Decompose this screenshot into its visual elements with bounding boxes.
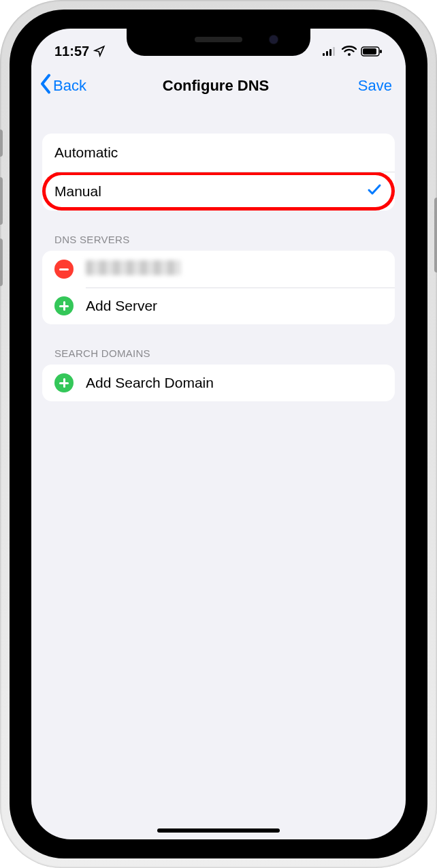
search-domains-group: Add Search Domain — [42, 365, 395, 401]
wifi-icon — [342, 46, 357, 57]
speaker-grille — [195, 37, 242, 42]
cellular-signal-icon — [323, 46, 338, 56]
dns-mode-automatic[interactable]: Automatic — [42, 134, 395, 172]
volume-up-button[interactable] — [0, 177, 3, 225]
svg-rect-3 — [333, 47, 335, 56]
svg-rect-6 — [363, 48, 376, 55]
volume-down-button[interactable] — [0, 238, 3, 286]
dns-servers-header: DNS SERVERS — [54, 234, 395, 245]
home-indicator[interactable] — [157, 828, 280, 833]
search-domains-header: SEARCH DOMAINS — [54, 347, 395, 359]
location-icon — [93, 45, 106, 57]
remove-icon[interactable] — [54, 260, 74, 279]
page-title: Configure DNS — [114, 77, 317, 95]
screen: 11:57 — [31, 29, 406, 839]
add-icon — [54, 373, 74, 392]
battery-icon — [361, 46, 383, 57]
content: Automatic Manual DNS SERVERS — [31, 134, 406, 401]
dns-mode-group: Automatic Manual — [42, 134, 395, 211]
add-search-domain-label: Add Search Domain — [86, 375, 383, 391]
back-button[interactable]: Back — [39, 74, 114, 98]
row-label: Manual — [54, 183, 366, 200]
add-server-label: Add Server — [86, 298, 383, 314]
add-server-row[interactable]: Add Server — [42, 288, 395, 324]
add-search-domain-row[interactable]: Add Search Domain — [42, 365, 395, 401]
nav-header: Back Configure DNS Save — [31, 65, 406, 109]
redacted-text — [86, 260, 181, 275]
server-address — [86, 260, 383, 279]
status-time: 11:57 — [54, 44, 89, 59]
front-camera — [270, 35, 278, 44]
add-icon — [54, 296, 74, 315]
dns-mode-manual[interactable]: Manual — [42, 172, 395, 211]
svg-rect-0 — [323, 53, 325, 56]
silence-switch[interactable] — [0, 129, 3, 157]
power-button[interactable] — [434, 198, 437, 273]
notch — [127, 29, 310, 56]
back-label: Back — [53, 77, 86, 95]
phone-bezel: 11:57 — [10, 10, 427, 858]
chevron-left-icon — [39, 74, 52, 98]
save-button[interactable]: Save — [317, 77, 392, 95]
phone-frame: 11:57 — [0, 0, 437, 868]
dns-server-row[interactable] — [42, 251, 395, 288]
dns-servers-group: Add Server — [42, 251, 395, 324]
svg-rect-7 — [380, 50, 382, 53]
row-label: Automatic — [54, 144, 383, 161]
svg-point-4 — [348, 53, 351, 56]
svg-rect-1 — [326, 51, 328, 56]
svg-rect-2 — [329, 49, 331, 56]
checkmark-icon — [366, 181, 383, 201]
